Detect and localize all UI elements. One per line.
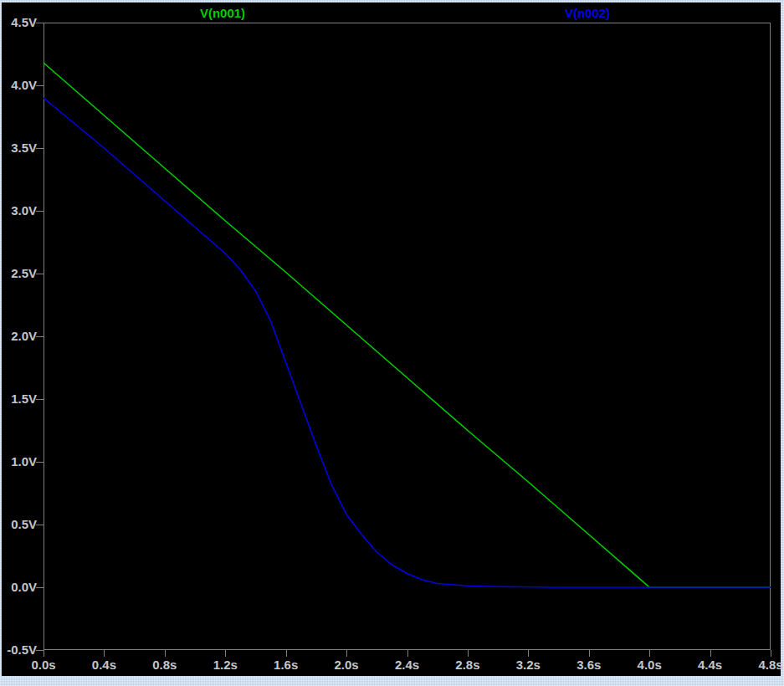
y-tick-label: 4.0V (2, 79, 37, 92)
y-axis-tick (36, 336, 44, 337)
y-axis-tick (36, 211, 44, 212)
y-tick-label: 0.5V (2, 518, 37, 531)
x-tick-label: 2.0s (323, 658, 370, 672)
x-tick-label: 3.6s (566, 658, 612, 672)
x-tick-label: 4.0s (626, 658, 673, 672)
y-axis-tick (36, 23, 44, 23)
x-tick-label: 0.4s (80, 658, 127, 672)
y-tick-label: 3.0V (2, 204, 37, 218)
y-axis-tick (36, 148, 44, 149)
legend-trace-v-n001[interactable]: V(n001) (200, 6, 245, 20)
x-tick-label: 0.0s (20, 658, 67, 672)
y-axis-tick (36, 462, 44, 463)
trace-v-n001- (44, 63, 771, 587)
x-axis-tick (407, 650, 408, 657)
x-axis-tick (649, 650, 650, 657)
y-axis-tick (36, 85, 44, 86)
x-tick-label: 2.4s (384, 658, 431, 672)
plot-panel: V(n001) V(n002) 4.5V4.0V3.5V3.0V2.5V2.0V… (2, 3, 781, 676)
x-axis-tick (346, 650, 347, 657)
y-tick-label: 4.5V (2, 16, 37, 29)
y-axis-tick (36, 525, 44, 525)
x-axis-tick (528, 650, 529, 657)
trace-v-n002- (44, 98, 771, 587)
y-axis-tick (36, 587, 44, 588)
x-tick-label: 4.4s (687, 658, 734, 672)
x-axis-tick (225, 650, 226, 657)
x-tick-label: 1.6s (263, 658, 310, 672)
x-axis-tick (104, 650, 105, 657)
x-axis-tick (286, 650, 287, 657)
x-tick-label: 2.8s (444, 658, 491, 672)
y-tick-label: 2.0V (2, 330, 37, 343)
y-tick-label: -0.5V (2, 643, 37, 657)
traces-svg (44, 23, 771, 650)
x-axis-tick (710, 650, 711, 657)
x-axis-tick (589, 650, 590, 657)
legend-trace-v-n002[interactable]: V(n002) (565, 6, 610, 20)
y-tick-label: 1.0V (2, 455, 37, 468)
y-axis-tick (36, 650, 44, 651)
y-tick-label: 0.0V (2, 581, 37, 594)
x-tick-label: 4.8s (747, 658, 784, 672)
y-tick-label: 3.5V (2, 141, 37, 155)
waveform-viewer-window: { "window": { "chrome_color": "#cfdeef",… (0, 0, 784, 686)
x-tick-label: 3.2s (505, 658, 551, 672)
x-axis-tick (165, 650, 166, 657)
y-tick-label: 2.5V (2, 267, 37, 280)
x-tick-label: 1.2s (202, 658, 249, 672)
y-axis-tick (36, 274, 44, 274)
y-axis-tick (36, 399, 44, 400)
x-axis-tick (468, 650, 469, 657)
status-bar (0, 676, 784, 686)
x-axis-tick (771, 650, 771, 657)
x-axis-tick (44, 650, 44, 657)
x-tick-label: 0.8s (141, 658, 188, 672)
y-tick-label: 1.5V (2, 392, 37, 406)
